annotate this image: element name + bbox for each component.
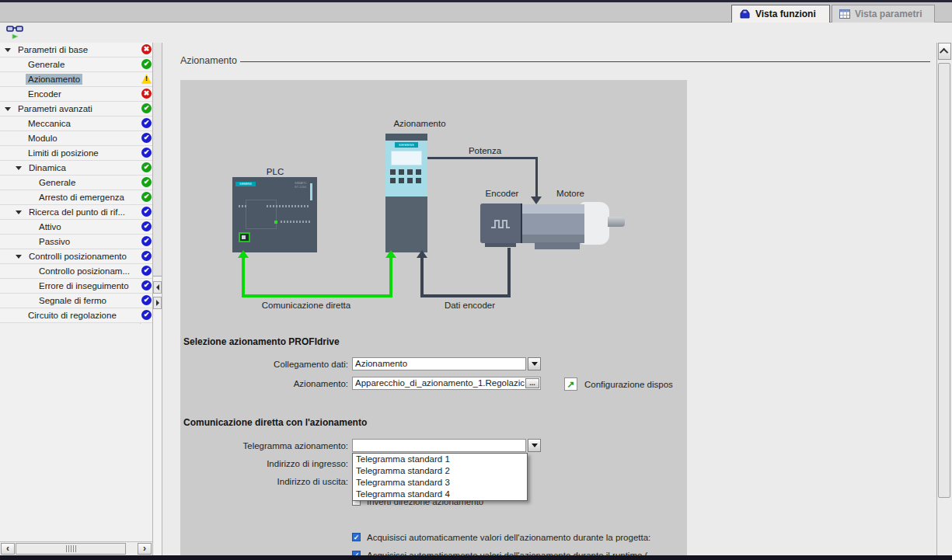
tree-item-label: Attivo	[37, 221, 64, 232]
chevron-expanded-icon[interactable]	[16, 255, 22, 259]
status-icon: ✖	[141, 89, 152, 99]
encoder-data-line	[420, 257, 424, 297]
motor-body	[522, 204, 584, 243]
dropdown-option[interactable]: Telegramma standard 2	[353, 465, 527, 477]
tree-item-label: Generale	[26, 59, 67, 70]
tab-function-view[interactable]: Vista funzioni	[731, 5, 830, 23]
vertical-scroll-thumb[interactable]	[938, 63, 950, 498]
main-vertical-scrollbar[interactable]	[936, 43, 952, 555]
splitter-collapse-left-button[interactable]	[153, 281, 162, 294]
direct-comm-label: Comunicazione diretta	[256, 301, 357, 310]
data-connection-dropdown-button[interactable]	[528, 357, 541, 370]
status-icon: ✔	[141, 207, 152, 217]
grip-icon	[66, 545, 76, 552]
function-view-icon	[739, 9, 751, 19]
telegram-combo[interactable]	[352, 439, 526, 452]
splitter-scroll-thumb[interactable]	[153, 43, 162, 277]
tree-item[interactable]: Segnale di fermo ✔	[0, 294, 152, 308]
tree-item[interactable]: Generale ✔	[0, 57, 152, 72]
scroll-up-button[interactable]	[938, 43, 951, 60]
drive-display	[391, 151, 422, 165]
telegram-dropdown-list: Telegramma standard 1Telegramma standard…	[352, 453, 528, 501]
tree-item[interactable]: Attivo ✔	[0, 220, 152, 235]
tree-item[interactable]: Controllo posizionam... ✔	[0, 264, 152, 279]
tree-item[interactable]: Errore di inseguimento ✔	[0, 279, 152, 294]
tab-parameter-view[interactable]: Vista parametri	[832, 5, 935, 23]
tree-item-label: Azionamento	[26, 74, 82, 85]
monitoring-glasses-icon[interactable]	[6, 25, 25, 40]
tree-item[interactable]: Dinamica ✔	[0, 161, 152, 176]
plc-terminal-dots	[281, 221, 310, 223]
auto-acquire-config-label: Acquisisci automaticamente valori dell'a…	[367, 533, 650, 542]
dropdown-option[interactable]: Telegramma standard 1	[353, 454, 527, 465]
status-icon: ✔	[141, 103, 152, 113]
tree-item[interactable]: Parametri avanzati ✔	[0, 102, 152, 117]
chevron-expanded-icon[interactable]	[16, 210, 22, 214]
chevron-expanded-icon[interactable]	[5, 107, 11, 111]
tree-item-label: Generale	[37, 177, 78, 188]
tree-item[interactable]: Controlli posizionamento ✔	[0, 249, 152, 264]
status-icon: ✔	[141, 266, 152, 276]
direct-comm-section-title: Comunicazione diretta con l'azionamento	[183, 417, 367, 428]
status-icon: ✖	[141, 44, 152, 54]
scroll-right-button[interactable]: ›	[138, 543, 152, 555]
tree-item[interactable]: Modulo ✔	[0, 131, 152, 146]
plc-status-stripe	[310, 183, 312, 200]
chevron-expanded-icon[interactable]	[16, 166, 22, 170]
encoder-data-label: Dati encoder	[437, 301, 503, 310]
horizontal-scroll-thumb[interactable]	[16, 543, 126, 555]
status-icon: ✔	[141, 133, 152, 143]
status-icon: ✔	[141, 280, 152, 290]
tree-item[interactable]: Passivo ✔	[0, 235, 152, 249]
power-line	[535, 157, 538, 197]
browse-button[interactable]: ...	[525, 378, 539, 388]
caret-down-icon	[532, 443, 538, 447]
drive-field-value: Apparecchio_di_azionamento_1.Regolazic	[355, 378, 525, 388]
title-rule	[240, 61, 930, 62]
siemens-logo: SIEMENS	[235, 182, 256, 186]
config-tree: Parametri di base ✖ Generale ✔ Azionamen…	[0, 43, 152, 541]
encoder-diagram-label: Encoder	[479, 189, 525, 198]
splitter-collapse-right-button[interactable]	[153, 297, 162, 309]
tree-item-label: Ricerca del punto di rif...	[26, 207, 127, 217]
drive-field[interactable]: Apparecchio_di_azionamento_1.Regolazic .…	[352, 377, 541, 390]
tree-item[interactable]: Ricerca del punto di rif... ✔	[0, 205, 152, 220]
input-address-label: Indirizzo di ingresso:	[227, 459, 348, 468]
profidrive-section-title: Selezione azionamento PROFIdrive	[183, 336, 340, 347]
telegram-dropdown-button[interactable]	[528, 439, 541, 452]
chevron-up-icon	[939, 48, 947, 57]
status-icon: ✔	[141, 162, 152, 172]
data-connection-combo[interactable]: Azionamento	[352, 357, 526, 370]
tree-item[interactable]: Encoder ✖	[0, 87, 152, 102]
tree-horizontal-scrollbar[interactable]: ‹ ›	[0, 541, 152, 555]
tree-item[interactable]: Arresto di emergenza ✔	[0, 190, 152, 205]
plc-device-image: SIEMENS SIMATIC S7-1200	[232, 177, 317, 252]
status-icon: ✔	[141, 221, 152, 231]
pane-splitter[interactable]	[152, 43, 162, 555]
tree-item[interactable]: Meccanica ✔	[0, 117, 152, 131]
window-bottom-edge	[0, 555, 952, 560]
status-icon: ✔	[141, 59, 152, 69]
status-icon: ✔	[141, 177, 152, 187]
tree-item[interactable]: Limiti di posizione ✔	[0, 146, 152, 161]
auto-acquire-config-checkbox[interactable]	[352, 533, 361, 541]
tab-function-view-label: Vista funzioni	[755, 9, 816, 19]
output-address-label: Indirizzo di uscita:	[227, 477, 348, 486]
motor-shaft	[608, 217, 625, 227]
tree-item[interactable]: Circuito di regolazione ✔	[0, 308, 152, 323]
scroll-left-button[interactable]: ‹	[1, 543, 15, 555]
dropdown-option[interactable]: Telegramma standard 4	[353, 489, 527, 500]
tree-item[interactable]: Azionamento !	[0, 72, 152, 87]
device-config-link[interactable]: Configurazione dispos	[584, 380, 673, 389]
tree-item-label: Parametri avanzati	[16, 103, 95, 114]
dropdown-option[interactable]: Telegramma standard 3	[353, 477, 527, 489]
plc-green-led	[274, 221, 277, 224]
tree-item-label: Segnale di fermo	[37, 295, 109, 306]
tree-item[interactable]: Parametri di base ✖	[0, 43, 152, 57]
motor-feet	[535, 242, 580, 249]
siemens-logo: SIEMENS	[395, 142, 418, 148]
tree-item[interactable]: Generale ✔	[0, 176, 152, 190]
chevron-expanded-icon[interactable]	[5, 48, 11, 52]
encoder-data-line	[507, 248, 511, 297]
device-config-link-icon[interactable]: ↗	[564, 377, 577, 391]
